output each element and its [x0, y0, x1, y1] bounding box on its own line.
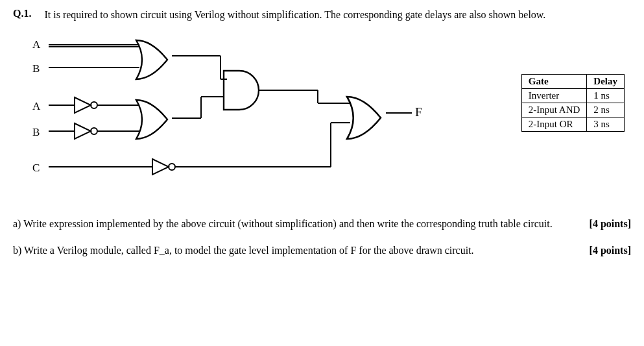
table-row: Inverter 1 ns — [521, 89, 624, 103]
table-cell-gate: 2-Input AND — [521, 103, 587, 117]
part-a-points: [4 points] — [590, 217, 631, 231]
table-cell-gate: Inverter — [521, 89, 587, 103]
or-gate-icon — [347, 97, 381, 139]
table-cell-delay: 3 ns — [587, 117, 625, 132]
question-header: Q.1. It is required to shown circuit usi… — [13, 8, 631, 22]
table-row: 2-Input OR 3 ns — [521, 117, 624, 132]
inverter-icon — [152, 159, 175, 175]
question-number: Q.1. — [13, 8, 31, 19]
and-gate-icon — [224, 71, 259, 110]
table-cell-delay: 1 ns — [587, 89, 625, 103]
table-cell-delay: 2 ns — [587, 103, 625, 117]
table-header-gate: Gate — [521, 75, 587, 89]
table-cell-gate: 2-Input OR — [521, 117, 587, 132]
or-gate-icon — [136, 40, 167, 79]
table-header-row: Gate Delay — [521, 75, 624, 89]
gate-delay-table: Gate Delay Inverter 1 ns 2-Input AND 2 n… — [521, 74, 625, 132]
part-b-points: [4 points] — [590, 243, 631, 258]
part-a-text: a) Write expression implemented by the a… — [13, 218, 553, 229]
part-a: a) Write expression implemented by the a… — [13, 217, 631, 231]
inverter-icon — [75, 123, 97, 139]
circuit-diagram: A B A B C F — [13, 35, 631, 197]
part-b-text: b) Write a Verilog module, called F_a, t… — [13, 245, 474, 256]
table-row: 2-Input AND 2 ns — [521, 103, 624, 117]
part-b: b) Write a Verilog module, called F_a, t… — [13, 243, 631, 258]
question-prompt: It is required to shown circuit using Ve… — [44, 8, 631, 22]
inverter-icon — [75, 97, 97, 113]
or-gate-icon — [136, 100, 167, 139]
circuit-svg — [13, 35, 441, 184]
table-header-delay: Delay — [587, 75, 625, 89]
